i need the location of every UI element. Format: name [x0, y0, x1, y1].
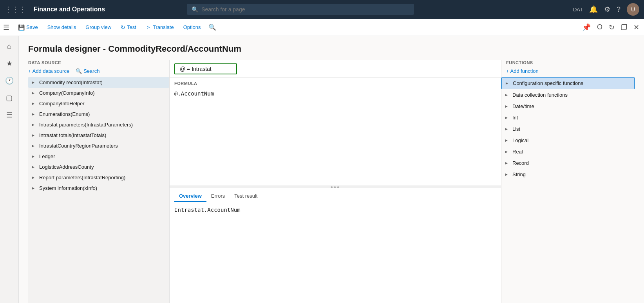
list-item[interactable]: ►Int: [501, 112, 635, 123]
list-item[interactable]: ►Logical: [501, 135, 635, 146]
tab-test-result[interactable]: Test result: [230, 191, 262, 202]
notification-icon[interactable]: 🔔: [589, 5, 598, 14]
functions-panel: FUNCTIONS + Add function ►Configuration …: [501, 60, 635, 303]
search-input[interactable]: [201, 6, 409, 13]
office-icon[interactable]: O: [595, 22, 604, 33]
sidebar-item-workspaces[interactable]: ▢: [2, 91, 16, 105]
avatar[interactable]: U: [627, 3, 639, 16]
list-item[interactable]: ►List: [501, 123, 635, 135]
chevron-right-icon: ►: [31, 80, 37, 85]
add-function-button[interactable]: + Add function: [506, 68, 635, 74]
translate-button[interactable]: ＞ Translate: [142, 22, 178, 33]
top-nav: ⋮⋮⋮ Finance and Operations 🔍 DAT 🔔 ⚙ ? U: [0, 0, 644, 19]
list-item[interactable]: ►System information(xInfo): [28, 183, 169, 193]
chevron-right-icon: ►: [505, 138, 510, 142]
functions-label: FUNCTIONS: [501, 60, 635, 65]
functions-list: ►Configuration specific functions►Data c…: [501, 77, 635, 303]
list-item[interactable]: ►String: [501, 169, 635, 180]
list-item[interactable]: ►Ledger: [28, 151, 169, 162]
tab-overview[interactable]: Overview: [174, 191, 206, 202]
save-button[interactable]: 💾 Save: [14, 22, 42, 33]
search-action-icon[interactable]: 🔍: [206, 22, 219, 32]
list-item[interactable]: ►Date/time: [501, 101, 635, 112]
chevron-right-icon: ►: [31, 165, 37, 169]
test-button[interactable]: ↻ Test: [117, 22, 140, 33]
list-item[interactable]: ►IntrastatCountryRegionParameters: [28, 141, 169, 151]
app-title: Finance and Operations: [34, 6, 105, 13]
help-icon[interactable]: ?: [617, 5, 620, 14]
formula-panel: @ = Intrastat FORMULA ●●● OverviewErrors…: [169, 60, 501, 303]
chevron-right-icon: ►: [505, 172, 510, 177]
chevron-right-icon: ►: [31, 101, 37, 106]
sidebar-item-recent[interactable]: 🕐: [2, 74, 16, 88]
chevron-right-icon: ►: [505, 150, 510, 154]
search-bar[interactable]: 🔍: [187, 4, 414, 15]
formula-label: FORMULA: [170, 78, 501, 87]
action-bar-right: 📌 O ↻ ❐ ✕: [581, 22, 641, 33]
formula-input-box[interactable]: @ = Intrastat: [174, 63, 237, 74]
chevron-right-icon: ►: [31, 144, 37, 148]
tabs-row: OverviewErrorsTest result: [170, 188, 501, 202]
top-nav-right: DAT 🔔 ⚙ ? U: [573, 3, 639, 16]
main-layout: ⌂ ★ 🕐 ▢ ☰ Formula designer - CommodityRe…: [0, 36, 644, 303]
list-item[interactable]: ►Commodity record(Intrastat): [28, 77, 169, 88]
list-item[interactable]: ►LogisticsAddressCounty: [28, 162, 169, 172]
chevron-right-icon: ►: [31, 175, 37, 180]
list-item[interactable]: ►Record: [501, 157, 635, 169]
popout-icon[interactable]: ❐: [619, 22, 629, 33]
grid-icon[interactable]: ⋮⋮⋮: [5, 5, 26, 14]
translate-icon: ＞: [146, 24, 151, 31]
designer-layout: DATA SOURCE + Add data source 🔍 Search ►…: [28, 60, 635, 303]
formula-input-area: @ = Intrastat: [170, 60, 501, 78]
sidebar-item-favorites[interactable]: ★: [2, 56, 16, 70]
overview-content: Intrastat.AccountNum: [170, 202, 501, 303]
env-label: DAT: [573, 7, 583, 13]
list-item[interactable]: ►Intrastat parameters(IntrastatParameter…: [28, 119, 169, 130]
chevron-right-icon: ►: [31, 186, 37, 190]
chevron-right-icon: ►: [505, 81, 510, 85]
pin-icon[interactable]: 📌: [581, 22, 592, 33]
list-item[interactable]: ►Real: [501, 146, 635, 157]
group-view-button[interactable]: Group view: [81, 22, 115, 32]
sidebar-item-home[interactable]: ⌂: [2, 39, 16, 53]
settings-icon[interactable]: ⚙: [604, 5, 610, 14]
save-icon: 💾: [18, 24, 25, 31]
tab-errors[interactable]: Errors: [206, 191, 230, 202]
chevron-right-icon: ►: [31, 91, 37, 95]
list-item[interactable]: ►Configuration specific functions: [501, 77, 635, 89]
show-details-button[interactable]: Show details: [43, 22, 80, 32]
list-item[interactable]: ►Data collection functions: [501, 89, 635, 101]
refresh-icon[interactable]: ↻: [607, 22, 616, 33]
hamburger-icon[interactable]: ☰: [3, 23, 9, 32]
close-icon[interactable]: ✕: [632, 22, 641, 33]
chevron-right-icon: ►: [31, 154, 37, 159]
sidebar: ⌂ ★ 🕐 ▢ ☰: [0, 36, 19, 303]
chevron-right-icon: ►: [505, 161, 510, 165]
content-area: Formula designer - CommodityRecord/Accou…: [19, 36, 644, 303]
formula-textarea[interactable]: [170, 87, 501, 186]
sidebar-item-modules[interactable]: ☰: [2, 108, 16, 122]
chevron-right-icon: ►: [31, 112, 37, 116]
chevron-right-icon: ►: [31, 123, 37, 127]
chevron-right-icon: ►: [505, 104, 510, 108]
data-source-list: ►Commodity record(Intrastat)►Company(Com…: [28, 77, 169, 303]
chevron-right-icon: ►: [505, 127, 510, 131]
action-bar: ☰ 💾 Save Show details Group view ↻ Test …: [0, 19, 644, 36]
add-data-source-button[interactable]: + Add data source: [28, 68, 69, 74]
data-source-label: DATA SOURCE: [28, 60, 169, 65]
search-icon: 🔍: [192, 6, 198, 13]
list-item[interactable]: ►Company(CompanyInfo): [28, 88, 169, 98]
chevron-right-icon: ►: [31, 133, 37, 137]
options-button[interactable]: Options: [179, 22, 205, 32]
search-ds-icon: 🔍: [76, 68, 82, 74]
search-data-source-button[interactable]: 🔍 Search: [76, 68, 99, 74]
chevron-right-icon: ►: [505, 93, 510, 97]
list-item[interactable]: ►CompanyInfoHelper: [28, 98, 169, 109]
list-item[interactable]: ►Enumerations(Enums): [28, 109, 169, 119]
page-title: Formula designer - CommodityRecord/Accou…: [28, 44, 635, 54]
test-icon: ↻: [121, 24, 125, 31]
chevron-right-icon: ►: [505, 115, 510, 120]
list-item[interactable]: ►Report parameters(IntrastatReporting): [28, 172, 169, 183]
data-source-actions: + Add data source 🔍 Search: [28, 68, 169, 74]
list-item[interactable]: ►Intrastat totals(IntrastatTotals): [28, 130, 169, 141]
